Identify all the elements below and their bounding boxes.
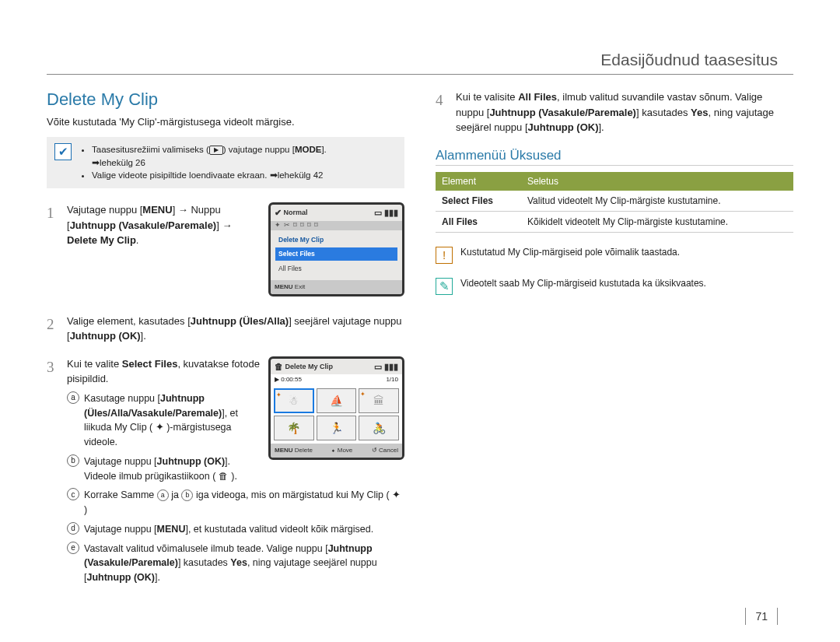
- card-icon: ▭: [374, 208, 382, 217]
- info-note: ✎ Videotelt saab My Clip-märgiseid kustu…: [436, 278, 793, 295]
- substep-c: c Korrake Samme a ja b iga videoga, mis …: [67, 488, 404, 517]
- lcd-menu-title: Delete My Clip: [275, 233, 397, 247]
- check-small-icon: ✔: [275, 208, 282, 217]
- badge-a-icon: a: [67, 391, 79, 404]
- page-number: 71: [745, 608, 778, 625]
- lcd-menu-all-files: All Files: [275, 262, 397, 275]
- step-4: Kui te valisite All Files, ilmub valitud…: [436, 89, 793, 135]
- substep-d: d Vajutage nuppu [MENU], et kustutada va…: [67, 522, 404, 537]
- badge-b-icon: b: [67, 454, 79, 467]
- step-3: 🗑 Delete My Clip ▭ ▮▮▮ ▶ 0:00:55 1/10 ✦☃…: [47, 356, 404, 590]
- card-icon: ▭: [374, 362, 382, 371]
- battery-icon: ▮▮▮: [384, 208, 398, 217]
- inline-badge-a-icon: a: [157, 489, 169, 501]
- chapter-title: Edasijõudnud taasesitus: [600, 51, 778, 69]
- intro-text: Võite kustutada 'My Clip'-märgistusega v…: [47, 116, 404, 128]
- badge-c-icon: c: [67, 488, 79, 500]
- substep-e: e Vastavalt valitud võimalusele ilmub te…: [67, 542, 404, 585]
- lcd-menu-select-files: Select Files: [275, 247, 397, 261]
- trash-small-icon: 🗑: [275, 362, 283, 371]
- lcd-screenshot-menu: ✔ Normal ▭ ▮▮▮ ✦✂⌑⌑⌑⌑ Delete My Clip Sel…: [268, 202, 404, 296]
- submenu-title: Alammenüü Üksused: [436, 148, 793, 166]
- warning-note: ! Kustutatud My Clip-märgiseid pole võim…: [436, 247, 793, 264]
- battery-icon: ▮▮▮: [384, 362, 398, 371]
- warning-icon: !: [436, 247, 453, 264]
- inline-badge-b-icon: b: [181, 489, 193, 501]
- section-title: Delete My Clip: [47, 89, 404, 110]
- badge-d-icon: d: [67, 522, 79, 535]
- right-column: Kui te valisite All Files, ilmub valitud…: [436, 89, 793, 602]
- mode-note-box: ✔ Taasesitusrežiimi valimiseks (▶) vajut…: [47, 137, 404, 188]
- mode-note-line2: Valige videote pisipiltide loendivaate e…: [92, 169, 327, 182]
- table-header-desc: Seletus: [521, 172, 793, 191]
- top-rule: [47, 74, 793, 75]
- substep-b: b Vajutage nuppu [Juhtnupp (OK)]. Videol…: [67, 454, 404, 484]
- playback-mode-icon: ▶: [209, 146, 223, 155]
- info-icon: ✎: [436, 278, 453, 295]
- steps-list: ✔ Normal ▭ ▮▮▮ ✦✂⌑⌑⌑⌑ Delete My Clip Sel…: [47, 202, 404, 590]
- badge-e-icon: e: [67, 542, 79, 554]
- steps-list-right: Kui te valisite All Files, ilmub valitud…: [436, 89, 793, 135]
- left-column: Delete My Clip Võite kustutada 'My Clip'…: [47, 89, 404, 602]
- substeps-list: a Kasutage nuppu [Juhtnupp (Üles/Alla/Va…: [67, 391, 404, 585]
- lcd-icon-bar: ✦✂⌑⌑⌑⌑: [271, 221, 402, 230]
- step-1: ✔ Normal ▭ ▮▮▮ ✦✂⌑⌑⌑⌑ Delete My Clip Sel…: [47, 202, 404, 301]
- table-row: All Files Kõikidelt videotelt My Clip-mä…: [436, 211, 793, 232]
- table-row: Select Files Valitud videotelt My Clip-m…: [436, 191, 793, 212]
- substep-a: a Kasutage nuppu [Juhtnupp (Üles/Alla/Va…: [67, 391, 404, 450]
- submenu-table: Element Seletus Select Files Valitud vid…: [436, 172, 793, 233]
- step-2: Valige element, kasutades [Juhtnupp (Üle…: [47, 314, 404, 344]
- table-header-element: Element: [436, 172, 521, 191]
- check-icon: ✔: [54, 143, 72, 160]
- mode-note-line1: Taasesitusrežiimi valimiseks (▶) vajutag…: [92, 143, 327, 169]
